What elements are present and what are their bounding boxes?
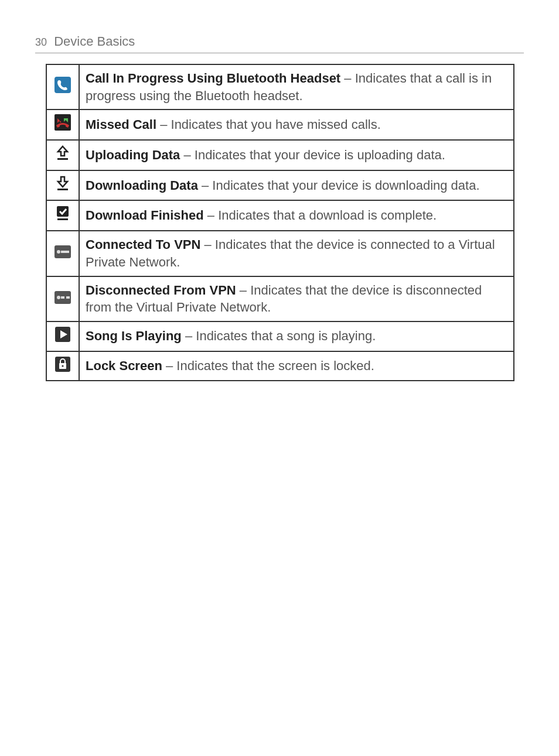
table-row: Connected To VPN – Indicates that the de… xyxy=(46,231,514,276)
description-cell: Downloading Data – Indicates that your d… xyxy=(79,170,514,201)
icon-cell xyxy=(46,200,79,231)
svg-rect-12 xyxy=(66,296,70,299)
row-title: Lock Screen xyxy=(86,358,162,373)
lock-icon xyxy=(54,355,71,373)
table-row: Song Is Playing – Indicates that a song … xyxy=(46,321,514,351)
svg-rect-3 xyxy=(57,189,68,190)
table-row: Disconnected From VPN – Indicates that t… xyxy=(46,276,514,321)
description-cell: Lock Screen – Indicates that the screen … xyxy=(79,351,514,381)
row-title: Download Finished xyxy=(86,208,204,223)
table-row: Downloading Data – Indicates that your d… xyxy=(46,170,514,201)
row-title: Disconnected From VPN xyxy=(86,283,236,297)
row-desc: Indicates that the screen is locked. xyxy=(176,358,374,373)
table-row: Lock Screen – Indicates that the screen … xyxy=(46,351,514,381)
row-desc: Indicates that your device is uploading … xyxy=(195,148,445,162)
svg-point-7 xyxy=(57,250,60,254)
table-row: Call In Progress Using Bluetooth Headset… xyxy=(46,64,514,110)
row-desc: Indicates that you have missed calls. xyxy=(171,117,381,132)
svg-point-10 xyxy=(57,296,60,299)
icon-cell xyxy=(46,321,79,351)
table-row: Download Finished – Indicates that a dow… xyxy=(46,200,514,231)
row-desc: Indicates that your device is downloadin… xyxy=(212,178,479,193)
page-number: 30 xyxy=(35,36,47,48)
description-cell: Connected To VPN – Indicates that the de… xyxy=(79,231,514,276)
missed-call-icon xyxy=(54,114,71,131)
description-cell: Song Is Playing – Indicates that a song … xyxy=(79,321,514,351)
svg-rect-4 xyxy=(57,206,69,217)
upload-icon xyxy=(54,144,71,162)
description-cell: Uploading Data – Indicates that your dev… xyxy=(79,140,514,170)
table-row: Uploading Data – Indicates that your dev… xyxy=(46,140,514,170)
download-icon xyxy=(54,175,71,192)
svg-rect-1 xyxy=(54,114,71,131)
svg-rect-2 xyxy=(57,158,68,160)
page-header: 30 Device Basics xyxy=(35,34,524,53)
row-title: Connected To VPN xyxy=(86,237,200,252)
icon-cell xyxy=(46,64,79,110)
icon-cell xyxy=(46,110,79,140)
row-desc: Indicates that a download is complete. xyxy=(218,208,437,223)
svg-rect-8 xyxy=(61,251,69,253)
icon-cell xyxy=(46,231,79,276)
row-title: Call In Progress Using Bluetooth Headset xyxy=(86,71,340,85)
svg-rect-11 xyxy=(61,296,64,299)
row-title: Song Is Playing xyxy=(86,329,182,343)
icon-cell xyxy=(46,351,79,381)
description-cell: Call In Progress Using Bluetooth Headset… xyxy=(79,64,514,110)
row-title: Downloading Data xyxy=(86,178,198,193)
icon-cell xyxy=(46,170,79,201)
icon-cell xyxy=(46,276,79,321)
play-icon xyxy=(54,326,71,343)
icon-reference-table: Call In Progress Using Bluetooth Headset… xyxy=(46,64,514,381)
svg-rect-0 xyxy=(54,77,71,93)
bluetooth-call-icon xyxy=(54,76,71,94)
description-cell: Download Finished – Indicates that a dow… xyxy=(79,200,514,231)
description-cell: Missed Call – Indicates that you have mi… xyxy=(79,110,514,140)
row-title: Missed Call xyxy=(86,117,156,132)
download-complete-icon xyxy=(54,204,71,222)
row-desc: Indicates that a song is playing. xyxy=(196,329,376,343)
svg-point-16 xyxy=(62,365,63,367)
description-cell: Disconnected From VPN – Indicates that t… xyxy=(79,276,514,321)
vpn-disconnected-icon xyxy=(54,289,71,306)
svg-rect-5 xyxy=(57,218,68,220)
section-title: Device Basics xyxy=(54,34,135,49)
row-title: Uploading Data xyxy=(86,148,180,162)
icon-cell xyxy=(46,140,79,170)
table-row: Missed Call – Indicates that you have mi… xyxy=(46,110,514,140)
vpn-connected-icon xyxy=(54,243,71,261)
